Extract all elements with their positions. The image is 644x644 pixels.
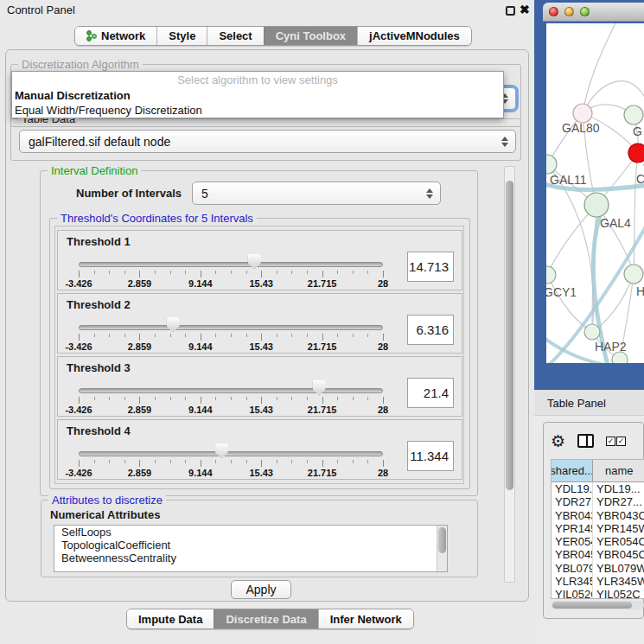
tab-cyni-toolbox[interactable]: Cyni Toolbox — [264, 27, 357, 45]
numerical-attributes-list[interactable]: SelfLoopsTopologicalCoefficientBetweenne… — [54, 525, 448, 572]
cell-name[interactable]: YER054C — [593, 535, 644, 548]
table-row[interactable]: YDR27...YDR27... — [552, 495, 644, 508]
network-window-titlebar[interactable] — [543, 3, 644, 22]
cell-name[interactable]: YDR27... — [593, 495, 644, 508]
cell-shared-name[interactable]: YPR145W — [552, 522, 593, 535]
slider-handle[interactable] — [215, 443, 228, 459]
attribute-item[interactable]: SelfLoops — [54, 526, 447, 539]
slider-handle[interactable] — [167, 317, 180, 333]
slider-handle[interactable] — [248, 254, 261, 270]
slider-track[interactable] — [79, 388, 383, 393]
panel-scrollbar[interactable] — [504, 166, 515, 583]
select-columns-icons[interactable]: ✓ ✓ — [606, 437, 626, 446]
slider-ticks — [79, 334, 384, 341]
float-window-icon[interactable] — [506, 6, 515, 16]
cell-shared-name[interactable]: YDL19... — [552, 482, 593, 495]
network-node-label: H — [636, 284, 644, 298]
cell-shared-name[interactable]: YIL052C — [552, 588, 593, 599]
attribute-item[interactable]: BetweennessCentrality — [54, 552, 447, 564]
network-node-label: GCY1 — [546, 285, 577, 299]
cell-name[interactable]: YIL052C — [593, 588, 644, 599]
network-node-label: G — [633, 124, 642, 138]
network-graph[interactable]: GAL80GCGAL11GAL4GCY1HHAP2 — [546, 23, 644, 363]
tab-jactivemnodules[interactable]: jActiveMNodules — [357, 27, 471, 45]
slider-handle[interactable] — [313, 380, 326, 396]
table-row[interactable]: YLR345WYLR345W — [552, 575, 644, 588]
cell-shared-name[interactable]: YBL079W — [552, 562, 593, 575]
threshold-value-field[interactable]: 6.316 — [407, 315, 454, 345]
attributes-scrollbar[interactable] — [437, 526, 447, 571]
slider-track[interactable] — [79, 325, 383, 330]
network-node[interactable] — [546, 266, 556, 284]
cell-shared-name[interactable]: YDR27... — [552, 495, 593, 508]
algorithm-option[interactable]: Equal Width/Frequency Discretization — [12, 103, 503, 118]
cell-shared-name[interactable]: YBR045C — [552, 548, 593, 561]
tab-infer-network[interactable]: Infer Network — [318, 609, 413, 628]
tab-select[interactable]: Select — [207, 27, 263, 45]
network-node[interactable] — [624, 105, 643, 124]
tab-label: Infer Network — [330, 613, 402, 626]
table-row[interactable]: YBR043CYBR043C — [552, 509, 644, 522]
algorithm-dropdown-popup: Select algorithm to view settings Manual… — [11, 71, 504, 118]
slider-track[interactable] — [79, 262, 383, 267]
network-node[interactable] — [584, 324, 600, 340]
cell-name[interactable]: YPR145W — [593, 522, 644, 535]
cell-shared-name[interactable]: YLR345W — [552, 575, 593, 588]
thresholds-group-title: Threshold's Coordinates for 5 Intervals — [57, 212, 257, 225]
table-data-combobox[interactable]: galFiltered.sif default node — [19, 130, 516, 153]
network-node[interactable] — [584, 193, 609, 217]
close-icon[interactable]: ✖ — [520, 3, 530, 16]
network-node[interactable] — [612, 352, 628, 363]
threshold-label: Threshold 2 — [67, 298, 131, 311]
threshold-value-field[interactable]: 11.344 — [407, 441, 454, 471]
table-horizontal-scrollbar[interactable] — [552, 601, 644, 609]
attribute-item[interactable]: TopologicalCoefficient — [54, 539, 447, 552]
columns-icon[interactable] — [577, 434, 594, 448]
threshold-label: Threshold 4 — [67, 424, 131, 437]
close-traffic-light-icon[interactable] — [549, 7, 558, 16]
slider-track[interactable] — [79, 451, 383, 456]
table-row[interactable]: YER054CYER054C — [552, 535, 644, 548]
checkbox-icon[interactable]: ✓ — [616, 437, 626, 446]
table-toolbar: ⚙ ✓ ✓ — [551, 430, 644, 452]
tab-network[interactable]: Network — [75, 27, 156, 45]
table-row[interactable]: YPR145WYPR145W — [552, 522, 644, 535]
network-edge[interactable] — [547, 205, 596, 275]
gear-icon[interactable]: ⚙ — [551, 433, 565, 450]
table-row[interactable]: YBL079WYBL079W — [552, 562, 644, 575]
network-edge[interactable] — [634, 153, 638, 274]
cell-name[interactable]: YLR345W — [593, 575, 644, 588]
table-row[interactable]: YBR045CYBR045C — [552, 548, 644, 561]
tab-impute-data[interactable]: Impute Data — [127, 609, 214, 628]
zoom-traffic-light-icon[interactable] — [580, 7, 590, 16]
checkbox-icon[interactable]: ✓ — [606, 437, 615, 446]
tab-discretize-data[interactable]: Discretize Data — [214, 609, 317, 628]
cell-name[interactable]: YBR043C — [593, 509, 644, 522]
table-row[interactable]: YIL052CYIL052C — [552, 588, 644, 599]
network-node-label: HAP2 — [595, 340, 627, 354]
threshold-value-field[interactable]: 21.4 — [407, 378, 454, 408]
cell-shared-name[interactable]: YER054C — [552, 535, 593, 548]
column-header-shared-name[interactable]: shared... — [552, 460, 593, 481]
network-desktop: GAL80GCGAL11GAL4GCY1HHAP2 — [534, 0, 644, 390]
cell-name[interactable]: YBR045C — [593, 548, 644, 561]
network-edge[interactable] — [583, 23, 615, 113]
network-node[interactable] — [624, 265, 643, 284]
network-node[interactable] — [573, 104, 592, 123]
cell-name[interactable]: YBL079W — [593, 562, 644, 575]
cell-name[interactable]: YDL19... — [593, 482, 644, 495]
column-header-name[interactable]: name — [593, 460, 644, 481]
algorithm-prompt-item[interactable]: Select algorithm to view settings — [12, 72, 503, 88]
network-canvas[interactable]: GAL80GCGAL11GAL4GCY1HHAP2 — [546, 23, 644, 363]
threshold-value-field[interactable]: 14.713 — [407, 252, 454, 282]
panel-scrollbar-thumb[interactable] — [506, 181, 513, 490]
number-of-intervals-combobox[interactable]: 5 — [192, 182, 441, 205]
apply-button[interactable]: Apply — [231, 580, 291, 599]
algorithm-option[interactable]: Manual Discretization — [12, 88, 503, 103]
cell-shared-name[interactable]: YBR043C — [552, 509, 593, 522]
network-node[interactable] — [628, 143, 644, 163]
minimize-traffic-light-icon[interactable] — [564, 7, 574, 16]
table-row[interactable]: YDL19...YDL19... — [552, 482, 644, 495]
top-tab-strip: NetworkStyleSelectCyni ToolboxjActiveMNo… — [74, 26, 472, 46]
tab-style[interactable]: Style — [156, 27, 207, 45]
